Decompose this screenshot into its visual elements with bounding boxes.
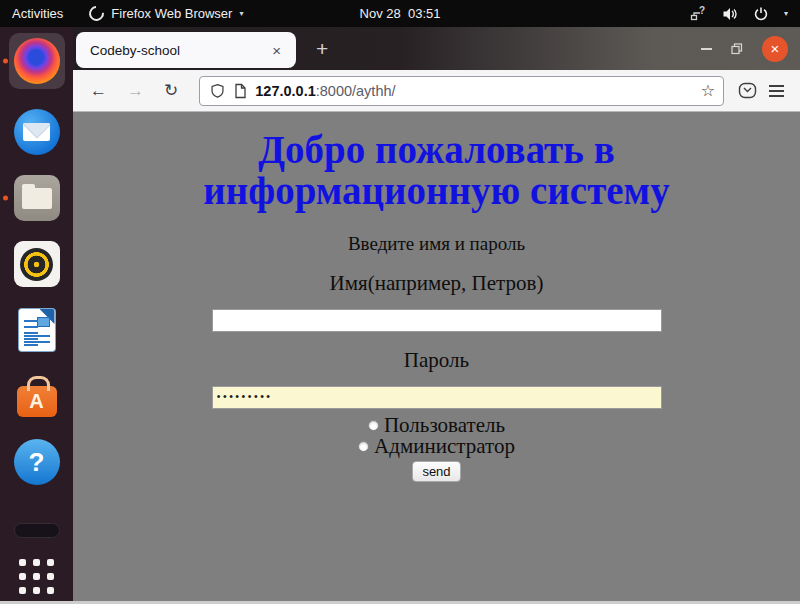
radio-option-admin[interactable]: Администратор xyxy=(73,437,800,456)
radio-option-user[interactable]: Пользователь xyxy=(73,416,800,435)
name-label: Имя(например, Петров) xyxy=(73,271,800,296)
page-title-line1: Добро пожаловать в xyxy=(73,130,800,171)
shield-icon[interactable] xyxy=(210,83,225,99)
dock-item-rhythmbox[interactable] xyxy=(9,241,65,287)
menu-icon[interactable] xyxy=(763,81,790,101)
activities-button[interactable]: Activities xyxy=(12,6,63,21)
dock-item-help[interactable]: ? xyxy=(9,439,65,485)
firefox-icon xyxy=(14,38,60,84)
top-panel: Activities Firefox Web Browser ▾ Nov 28 … xyxy=(0,0,800,27)
dock-item-ubuntu-software[interactable]: A xyxy=(9,373,65,419)
tab-codeby-school[interactable]: Codeby-school × xyxy=(76,32,296,68)
send-button[interactable]: send xyxy=(412,461,460,482)
password-label: Пароль xyxy=(73,348,800,373)
forward-button[interactable]: → xyxy=(120,78,151,104)
radio-user[interactable] xyxy=(368,420,379,431)
new-tab-button[interactable]: + xyxy=(310,37,334,61)
screen: Activities Firefox Web Browser ▾ Nov 28 … xyxy=(0,0,800,604)
page-icon xyxy=(233,83,247,99)
thunderbird-icon xyxy=(14,109,60,155)
tab-bar: Codeby-school × + × xyxy=(73,27,800,70)
restore-button[interactable] xyxy=(731,43,743,55)
name-input[interactable] xyxy=(212,309,662,332)
network-question-icon: ? xyxy=(690,6,707,22)
dock-item-thunderbird[interactable] xyxy=(9,109,65,155)
radio-admin-label: Администратор xyxy=(374,437,515,456)
window-controls: × xyxy=(701,36,788,62)
firefox-menu-icon xyxy=(86,3,107,24)
url-bar[interactable]: 127.0.0.1:8000/aythh/ ☆ xyxy=(199,76,724,106)
terminal-icon xyxy=(14,523,60,538)
web-page: Добро пожаловать в информационную систем… xyxy=(73,112,800,604)
dock-item-terminal[interactable] xyxy=(9,522,65,538)
apps-grid-icon xyxy=(19,559,54,594)
reload-button[interactable]: ↻ xyxy=(157,77,185,104)
radio-admin[interactable] xyxy=(358,441,369,452)
app-menu-label: Firefox Web Browser xyxy=(111,6,232,21)
app-menu[interactable]: Firefox Web Browser ▾ xyxy=(89,6,243,21)
password-input[interactable] xyxy=(212,386,662,409)
system-tray[interactable]: ? ▾ xyxy=(690,6,788,22)
dock: A ? xyxy=(0,27,73,604)
url-path: :8000/aythh/ xyxy=(316,83,396,99)
browser-window: Codeby-school × + × ← → ↻ xyxy=(73,27,800,604)
running-indicator xyxy=(3,59,8,64)
back-button[interactable]: ← xyxy=(83,78,114,104)
navigation-toolbar: ← → ↻ 127.0.0.1:8000/aythh/ ☆ xyxy=(73,70,800,112)
radio-user-label: Пользователь xyxy=(384,416,505,435)
dock-item-firefox[interactable] xyxy=(9,33,65,89)
minimize-button[interactable] xyxy=(701,48,712,50)
dock-item-files[interactable] xyxy=(9,175,65,221)
rhythmbox-icon xyxy=(14,241,60,287)
show-applications-button[interactable] xyxy=(9,558,65,594)
intro-text: Введите имя и пароль xyxy=(73,233,800,255)
pocket-icon[interactable] xyxy=(738,81,757,100)
url-text[interactable]: 127.0.0.1:8000/aythh/ xyxy=(255,83,692,99)
running-indicator xyxy=(3,196,8,201)
svg-text:?: ? xyxy=(699,6,705,16)
page-title-line2: информационную систему xyxy=(73,171,800,212)
dock-item-libreoffice-writer[interactable] xyxy=(9,307,65,353)
help-icon: ? xyxy=(14,439,60,485)
volume-icon xyxy=(722,6,738,22)
bookmark-star-icon[interactable]: ☆ xyxy=(701,81,715,100)
libreoffice-writer-icon xyxy=(19,309,55,351)
app-menu-caret-icon: ▾ xyxy=(239,9,243,18)
url-host: 127.0.0.1 xyxy=(255,83,315,99)
close-window-button[interactable]: × xyxy=(762,36,788,62)
power-icon xyxy=(753,6,769,22)
page-title: Добро пожаловать в информационную систем… xyxy=(73,130,800,212)
caret-down-icon: ▾ xyxy=(784,9,788,18)
files-icon xyxy=(14,175,60,221)
tab-title: Codeby-school xyxy=(90,43,267,58)
tab-close-icon[interactable]: × xyxy=(267,40,286,61)
ubuntu-software-icon: A xyxy=(17,386,57,417)
